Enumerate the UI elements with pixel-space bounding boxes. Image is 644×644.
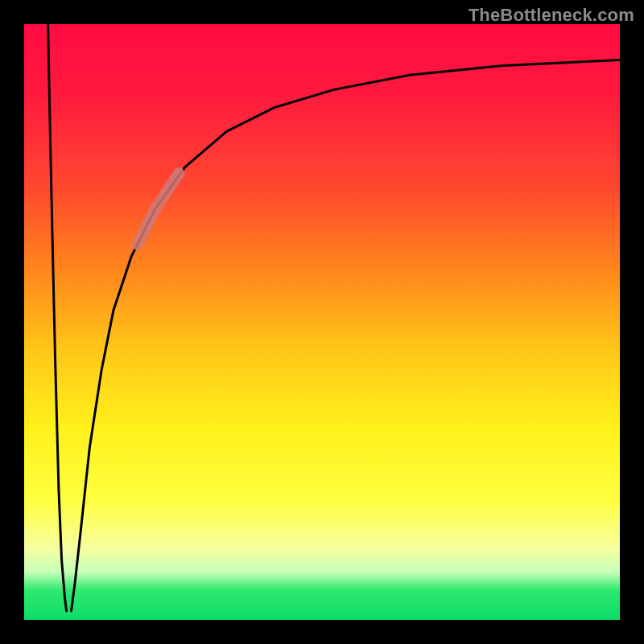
curve-left-branch: [48, 24, 67, 611]
curve-right-branch: [72, 60, 621, 611]
plot-area: [24, 24, 620, 620]
curve-highlight: [138, 173, 180, 245]
watermark-text: TheBottleneck.com: [469, 5, 634, 26]
chart-stage: TheBottleneck.com: [0, 0, 644, 644]
curve-layer: [24, 24, 620, 620]
